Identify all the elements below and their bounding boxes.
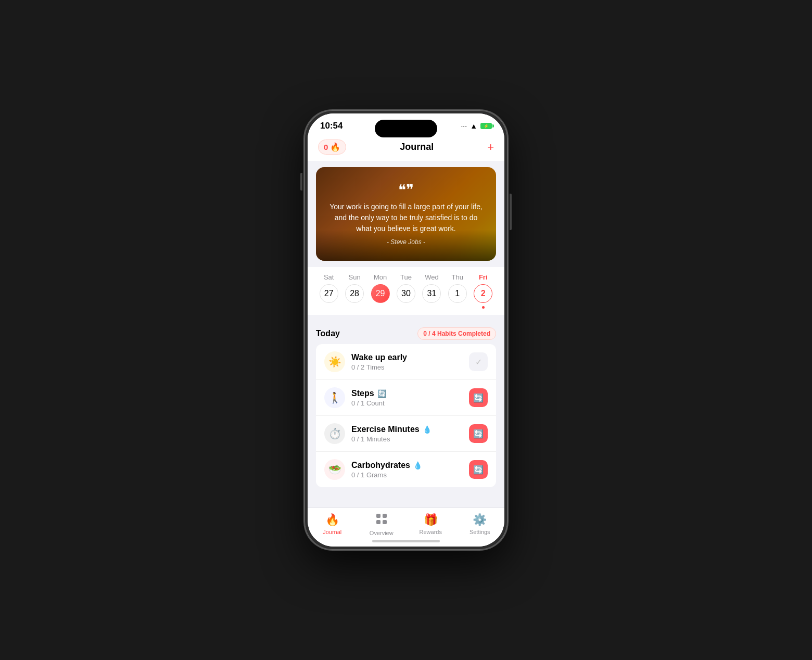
- habit-emoji-exercise: ⏱️: [324, 423, 345, 444]
- day-name-sun: Sun: [349, 273, 361, 281]
- nav-item-overview[interactable]: Overview: [366, 513, 397, 536]
- page-title: Journal: [400, 142, 434, 153]
- habit-info-wake-up: Wake up early 0 / 2 Times: [351, 353, 463, 371]
- day-num-tue: 30: [397, 284, 415, 303]
- fire-icon: 🔥: [330, 142, 340, 152]
- habit-item-wake-up[interactable]: ☀️ Wake up early 0 / 2 Times ✓: [316, 344, 496, 380]
- habit-emoji-wake-up: ☀️: [324, 351, 345, 372]
- quote-author: - Steve Jobs -: [387, 238, 425, 246]
- habit-name-wake-up: Wake up early: [351, 353, 463, 362]
- nav-icon-journal: 🔥: [325, 513, 339, 527]
- calendar-day-sun[interactable]: Sun 28: [345, 273, 364, 303]
- dots-icon: ···: [461, 122, 467, 130]
- habit-progress-carbs: 0 / 1 Grams: [351, 471, 463, 479]
- habit-progress-steps: 0 / 1 Count: [351, 399, 463, 407]
- calendar-section: Sat 27 Sun 28 Mon 29 Tue 30: [308, 267, 504, 315]
- habits-list: ☀️ Wake up early 0 / 2 Times ✓ 🚶: [316, 344, 496, 487]
- habit-progress-wake-up: 0 / 2 Times: [351, 363, 463, 371]
- habit-info-carbs: Carbohydrates 💧 0 / 1 Grams: [351, 461, 463, 479]
- habits-completed-badge: 0 / 4 Habits Completed: [417, 327, 496, 340]
- repeat-icon-steps: 🔄: [473, 393, 484, 403]
- status-icons: ··· ▲ ⚡: [461, 122, 492, 130]
- today-header: Today 0 / 4 Habits Completed: [308, 321, 504, 344]
- habit-repeat-carbs[interactable]: 🔄: [469, 460, 488, 479]
- habit-emoji-steps: 🚶: [324, 387, 345, 408]
- habit-item-carbs[interactable]: 🥗 Carbohydrates 💧 0 / 1 Grams 🔄: [316, 452, 496, 487]
- today-dot: [482, 306, 485, 309]
- wifi-icon: ▲: [470, 122, 477, 130]
- habit-name-carbs: Carbohydrates 💧: [351, 461, 463, 470]
- main-content: ❝❞ Your work is going to fill a large pa…: [308, 161, 504, 507]
- nav-icon-rewards: 🎁: [424, 513, 438, 527]
- day-name-mon: Mon: [374, 273, 387, 281]
- nav-label-journal: Journal: [323, 529, 341, 535]
- habit-repeat-steps[interactable]: 🔄: [469, 388, 488, 407]
- calendar-row: Sat 27 Sun 28 Mon 29 Tue 30: [316, 273, 496, 309]
- calendar-day-mon[interactable]: Mon 29: [371, 273, 390, 303]
- checkmark-icon: ✓: [475, 357, 482, 367]
- carbs-sync-icon: 💧: [413, 461, 422, 469]
- svg-rect-1: [383, 514, 387, 518]
- habit-name-exercise: Exercise Minutes 💧: [351, 425, 463, 434]
- steps-sync-icon: 🔄: [377, 389, 386, 398]
- header: 0 🔥 Journal +: [308, 135, 504, 161]
- quote-card: ❝❞ Your work is going to fill a large pa…: [316, 167, 496, 261]
- habit-check-wake-up[interactable]: ✓: [469, 352, 488, 371]
- habit-name-steps: Steps 🔄: [351, 389, 463, 398]
- svg-rect-2: [376, 520, 380, 524]
- day-name-wed: Wed: [425, 273, 439, 281]
- nav-icon-settings: ⚙️: [473, 513, 487, 527]
- streak-badge: 0 🔥: [318, 139, 346, 155]
- day-name-tue: Tue: [400, 273, 412, 281]
- calendar-day-thu[interactable]: Thu 1: [448, 273, 467, 303]
- calendar-day-fri[interactable]: Fri 2: [474, 273, 492, 309]
- day-num-sun: 28: [345, 284, 364, 303]
- day-num-fri: 2: [474, 284, 492, 303]
- habit-emoji-carbs: 🥗: [324, 459, 345, 480]
- calendar-day-sat[interactable]: Sat 27: [320, 273, 338, 303]
- nav-icon-overview: [376, 513, 387, 528]
- habit-info-exercise: Exercise Minutes 💧 0 / 1 Minutes: [351, 425, 463, 443]
- phone-screen: 10:54 ··· ▲ ⚡ 0 🔥 Journal + ❝❞: [308, 113, 504, 547]
- nav-label-settings: Settings: [470, 529, 490, 535]
- quote-marks: ❝❞: [398, 183, 414, 197]
- nav-item-journal[interactable]: 🔥 Journal: [316, 513, 348, 536]
- calendar-day-tue[interactable]: Tue 30: [397, 273, 415, 303]
- repeat-icon-carbs: 🔄: [473, 465, 484, 475]
- calendar-day-wed[interactable]: Wed 31: [422, 273, 441, 303]
- habit-item-exercise[interactable]: ⏱️ Exercise Minutes 💧 0 / 1 Minutes 🔄: [316, 416, 496, 452]
- day-num-sat: 27: [320, 284, 338, 303]
- phone-frame: 10:54 ··· ▲ ⚡ 0 🔥 Journal + ❝❞: [304, 110, 508, 550]
- status-time: 10:54: [320, 121, 342, 131]
- day-name-fri: Fri: [479, 273, 488, 281]
- today-label: Today: [316, 329, 340, 338]
- svg-rect-3: [383, 520, 387, 524]
- habit-repeat-exercise[interactable]: 🔄: [469, 424, 488, 443]
- habit-progress-exercise: 0 / 1 Minutes: [351, 435, 463, 443]
- day-name-thu: Thu: [452, 273, 463, 281]
- exercise-sync-icon: 💧: [423, 425, 432, 434]
- nav-label-overview: Overview: [370, 530, 394, 536]
- habit-item-steps[interactable]: 🚶 Steps 🔄 0 / 1 Count 🔄: [316, 380, 496, 416]
- habit-info-steps: Steps 🔄 0 / 1 Count: [351, 389, 463, 407]
- nav-label-rewards: Rewards: [420, 529, 442, 535]
- quote-overlay: ❝❞ Your work is going to fill a large pa…: [316, 167, 496, 261]
- battery-icon: ⚡: [480, 123, 492, 129]
- nav-item-rewards[interactable]: 🎁 Rewards: [415, 513, 446, 536]
- repeat-icon-exercise: 🔄: [473, 429, 484, 439]
- nav-item-settings[interactable]: ⚙️ Settings: [464, 513, 496, 536]
- day-num-mon: 29: [371, 284, 390, 303]
- add-button[interactable]: +: [487, 141, 494, 154]
- streak-count: 0: [324, 143, 328, 151]
- day-num-thu: 1: [448, 284, 467, 303]
- day-num-wed: 31: [422, 284, 441, 303]
- dynamic-island: [375, 120, 437, 137]
- svg-rect-0: [376, 514, 380, 518]
- day-name-sat: Sat: [324, 273, 334, 281]
- home-indicator: [372, 540, 440, 542]
- quote-text: Your work is going to fill a large part …: [326, 201, 486, 234]
